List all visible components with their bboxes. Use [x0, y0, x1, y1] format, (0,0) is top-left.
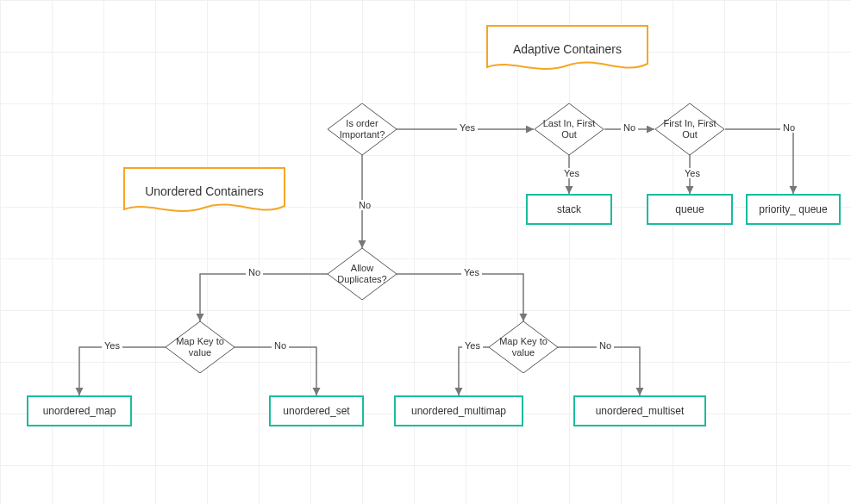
- decision-dup: Allow Duplicates?: [328, 248, 397, 300]
- decision-map-left-label: Map Key to value: [166, 336, 235, 358]
- output-unordered-set-label: unordered_set: [283, 405, 349, 417]
- output-unordered-map: unordered_map: [27, 395, 132, 426]
- label-mapleft-no: No: [272, 340, 289, 351]
- label-mapleft-yes: Yes: [102, 340, 122, 351]
- label-fifo-yes: Yes: [682, 168, 703, 178]
- label-mapright-yes: Yes: [462, 340, 483, 351]
- output-unordered-multiset-label: unordered_multiset: [596, 405, 685, 417]
- label-fifo-no: No: [780, 122, 798, 133]
- output-queue: queue: [647, 194, 733, 225]
- label-order-no: No: [356, 200, 373, 210]
- output-priority-queue-label: priority_ queue: [759, 203, 827, 215]
- label-mapright-no: No: [597, 340, 614, 351]
- decision-map-left: Map Key to value: [166, 321, 235, 373]
- output-priority-queue: priority_ queue: [746, 194, 841, 225]
- output-unordered-set: unordered_set: [269, 395, 364, 426]
- output-unordered-multiset: unordered_multiset: [573, 395, 706, 426]
- label-order-yes: Yes: [457, 122, 478, 133]
- decision-order-label: Is order Important?: [328, 118, 397, 140]
- decision-dup-label: Allow Duplicates?: [328, 263, 397, 285]
- decision-fifo-label: First In, First Out: [655, 118, 724, 140]
- banner-unordered: Unordered Containers: [122, 166, 286, 216]
- banner-adaptive-label: Adaptive Containers: [513, 42, 622, 56]
- output-stack: stack: [526, 194, 612, 225]
- decision-order: Is order Important?: [328, 103, 397, 155]
- grid-background: [0, 0, 851, 504]
- banner-adaptive: Adaptive Containers: [485, 24, 649, 74]
- label-lifo-no: No: [621, 122, 638, 133]
- decision-lifo-label: Last In, First Out: [535, 118, 604, 140]
- decision-map-right: Map Key to value: [489, 321, 558, 373]
- label-dup-yes: Yes: [461, 267, 482, 277]
- label-lifo-yes: Yes: [561, 168, 582, 178]
- output-stack-label: stack: [557, 203, 581, 215]
- decision-map-right-label: Map Key to value: [489, 336, 558, 358]
- banner-unordered-label: Unordered Containers: [145, 184, 264, 198]
- label-dup-no: No: [246, 267, 263, 277]
- output-unordered-map-label: unordered_map: [43, 405, 116, 417]
- output-unordered-multimap: unordered_multimap: [394, 395, 523, 426]
- output-unordered-multimap-label: unordered_multimap: [411, 405, 506, 417]
- decision-lifo: Last In, First Out: [535, 103, 604, 155]
- decision-fifo: First In, First Out: [655, 103, 724, 155]
- output-queue-label: queue: [675, 203, 704, 215]
